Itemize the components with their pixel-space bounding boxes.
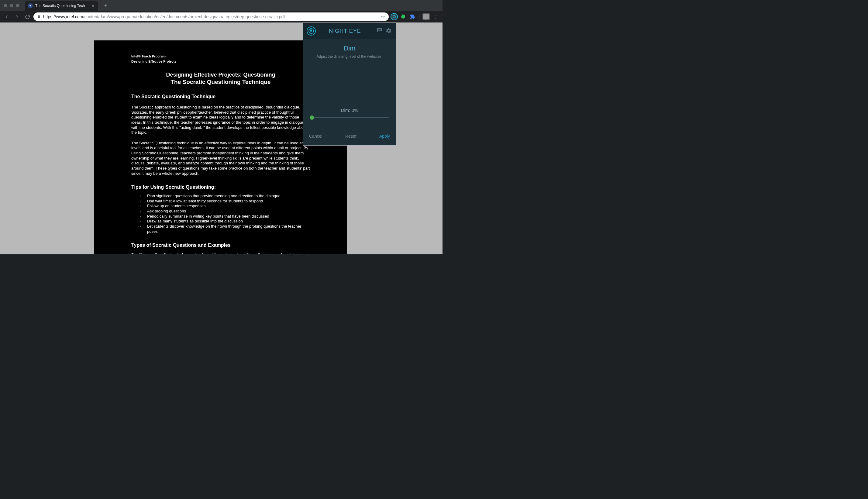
list-item: Let students discover knowledge on their… bbox=[140, 224, 310, 234]
close-tab-button[interactable]: ✕ bbox=[91, 3, 95, 8]
dim-slider[interactable] bbox=[310, 117, 389, 118]
list-item: Periodically summarize in writing key po… bbox=[140, 214, 310, 219]
address-bar[interactable]: https://www.intel.com/content/dam/www/pr… bbox=[34, 12, 389, 21]
back-button[interactable] bbox=[2, 12, 11, 21]
reset-button[interactable]: Reset bbox=[345, 134, 356, 138]
doc-section2-title: Tips for Using Socratic Questioning: bbox=[131, 184, 310, 190]
toolbar-divider bbox=[419, 14, 419, 20]
dim-slider-thumb[interactable] bbox=[310, 115, 314, 120]
popup-actions: Cancel Reset Apply bbox=[303, 121, 396, 145]
url-path: /content/dam/www/program/education/us/en… bbox=[83, 14, 285, 19]
bookmark-star-icon[interactable]: ☆ bbox=[381, 14, 385, 20]
doc-heading-subtitle: The Socratic Questioning Technique bbox=[131, 79, 310, 85]
cancel-button[interactable]: Cancel bbox=[309, 134, 322, 138]
apply-button[interactable]: Apply bbox=[379, 134, 390, 138]
page-viewport: Intel® Teach Program Designing Effective… bbox=[0, 23, 442, 254]
list-item: Plan significant questions that provide … bbox=[140, 194, 310, 199]
new-tab-button[interactable]: + bbox=[101, 1, 110, 10]
list-item: Draw as many students as possible into t… bbox=[140, 219, 310, 224]
popup-panel-description: Adjust the dimming level of the websites… bbox=[309, 54, 390, 59]
popup-body: Dim Adjust the dimming level of the webs… bbox=[303, 39, 396, 121]
lock-icon bbox=[37, 15, 41, 19]
doc-subprogram: Designing Effective Projects bbox=[131, 59, 310, 63]
browser-tab[interactable]: ✦ The Socratic Questioning Tech ✕ bbox=[25, 1, 98, 11]
doc-para1: The Socratic approach to questioning is … bbox=[131, 105, 310, 135]
doc-section1-title: The Socratic Questioning Technique bbox=[131, 94, 310, 99]
tab-favicon: ✦ bbox=[28, 3, 33, 8]
doc-section3-title: Types of Socratic Questions and Examples bbox=[131, 243, 310, 248]
popup-title: NIGHT EYE bbox=[316, 28, 374, 34]
doc-table-intro: The Socratic Questioning technique invol… bbox=[131, 252, 310, 254]
dim-slider-label: Dim: 0% bbox=[309, 108, 390, 113]
feedback-icon[interactable] bbox=[377, 28, 383, 34]
extension-icon[interactable] bbox=[409, 13, 416, 20]
maximize-window-button[interactable] bbox=[16, 4, 20, 7]
nighteye-logo-icon bbox=[307, 26, 316, 36]
forward-button[interactable] bbox=[13, 12, 21, 21]
list-item: Use wait time: Allow at least thirty sec… bbox=[140, 199, 310, 204]
doc-heading-title: Designing Effective Projects: Questionin… bbox=[131, 72, 310, 78]
reload-button[interactable] bbox=[23, 12, 32, 21]
window-titlebar: ✦ The Socratic Questioning Tech ✕ + bbox=[0, 0, 442, 11]
browser-toolbar: https://www.intel.com/content/dam/www/pr… bbox=[0, 11, 442, 23]
doc-program: Intel® Teach Program bbox=[131, 54, 310, 58]
popup-header: NIGHT EYE bbox=[303, 23, 396, 39]
doc-para2: The Socratic Questioning technique is an… bbox=[131, 141, 310, 176]
settings-icon[interactable] bbox=[386, 28, 392, 34]
window-controls bbox=[4, 4, 20, 7]
tab-title: The Socratic Questioning Tech bbox=[35, 4, 88, 8]
nighteye-popup: NIGHT EYE Dim Adjust the dimming level o… bbox=[303, 23, 396, 146]
popup-panel-heading: Dim bbox=[309, 44, 390, 52]
browser-menu-button[interactable]: ⋮ bbox=[431, 12, 440, 21]
doc-tips-list: Plan significant questions that provide … bbox=[140, 194, 310, 234]
nighteye-extension-icon[interactable] bbox=[391, 13, 398, 20]
list-item: Ask probing questions bbox=[140, 209, 310, 214]
url-host: https://www.intel.com bbox=[43, 14, 83, 19]
close-window-button[interactable] bbox=[4, 4, 7, 7]
evernote-extension-icon[interactable] bbox=[400, 13, 407, 20]
profile-avatar[interactable] bbox=[423, 13, 430, 20]
list-item: Follow up on students' responses bbox=[140, 204, 310, 209]
minimize-window-button[interactable] bbox=[10, 4, 13, 7]
